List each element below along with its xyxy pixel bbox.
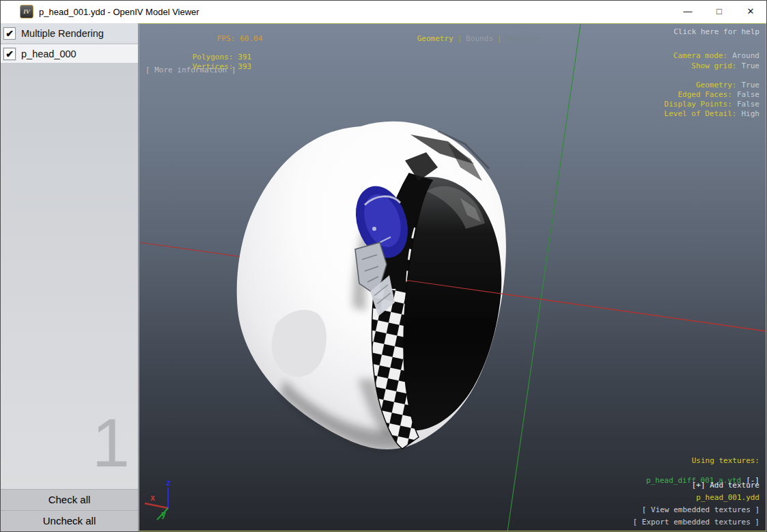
window-title: p_head_001.ydd - OpenIV Model Viewer [39,7,199,17]
tab-bounds[interactable]: Bounds [466,34,493,43]
multiple-rendering-label: Multiple Rendering [21,28,104,39]
scene-z-grid-line [507,24,581,531]
police-hat-model [237,122,506,449]
render-mode-tabs: Geometry|Bounds|Skeleton [390,27,542,50]
help-link[interactable]: Click here for help [673,28,759,36]
axis-gizmo-z-label: z [166,478,171,488]
title-bar: IV p_head_001.ydd - OpenIV Model Viewer … [1,1,766,23]
multiple-rendering-checkbox[interactable]: ✔ [3,27,16,40]
more-information-link[interactable]: [ More information ] [145,66,236,74]
model-count-watermark: 1 [92,408,130,477]
view-embedded-textures-button[interactable]: [ View embedded textures ] [642,506,759,514]
axis-gizmo-y-label: y [161,509,166,519]
level-of-detail-setting: Level of Detail:High [637,102,759,125]
tab-skeleton[interactable]: Skeleton [506,34,542,43]
openiv-app-icon: IV [20,5,33,18]
model-item-p-head-000[interactable]: ✔ p_head_000 [1,44,138,63]
multiple-rendering-item[interactable]: ✔ Multiple Rendering [1,23,138,43]
axis-gizmo-x-line [145,503,168,508]
openiv-model-viewer-window: IV p_head_001.ydd - OpenIV Model Viewer … [0,0,767,532]
add-texture-button[interactable]: [+] Add texture [692,481,759,489]
3d-viewport[interactable]: z x y FPS:60.04 Polygons:391 Vertices:39… [139,23,766,531]
p-head-000-label: p_head_000 [21,48,76,59]
window-controls: — □ ✕ [672,1,766,23]
close-button[interactable]: ✕ [735,1,766,23]
maximize-button[interactable]: □ [703,1,735,23]
export-embedded-textures-button[interactable]: [ Export embedded textures ] [633,518,759,526]
minimize-button[interactable]: — [672,1,703,23]
axis-gizmo: z x y [145,478,171,520]
tab-geometry[interactable]: Geometry [417,34,454,43]
check-all-button[interactable]: Check all [1,489,138,510]
model-list-sidebar: ✔ Multiple Rendering ✔ p_head_000 1 Chec… [1,23,139,531]
using-textures-header: Using textures: [692,457,759,464]
axis-gizmo-x-label: x [150,493,155,503]
model-file-name: p_head_001.ydd [696,494,759,501]
p-head-000-checkbox[interactable]: ✔ [3,48,16,60]
uncheck-all-button[interactable]: Uncheck all [1,510,138,531]
